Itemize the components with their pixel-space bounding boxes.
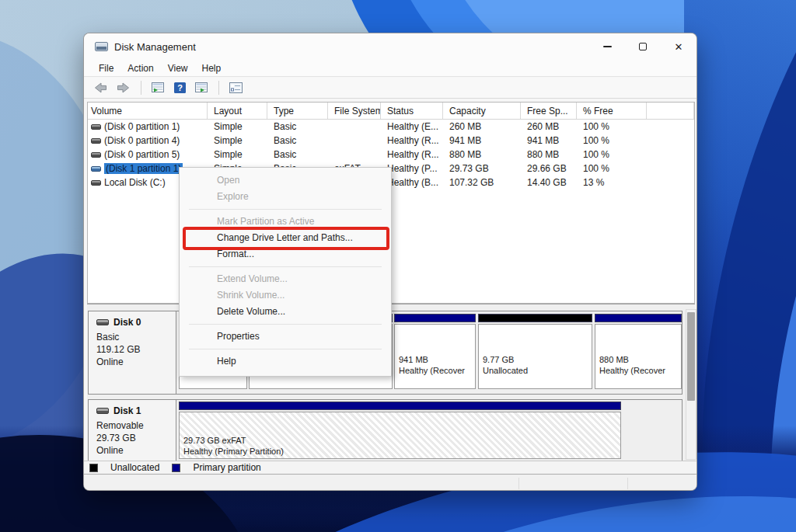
menu-bar: File Action View Help — [84, 60, 696, 77]
volume-icon — [91, 152, 101, 158]
menu-item-mark-partition-active[interactable]: Mark Partition as Active — [180, 214, 391, 230]
menu-item-delete-volume[interactable]: Delete Volume... — [180, 304, 391, 320]
cell-layout: Simple — [208, 149, 267, 160]
partition-status: Healthy (Recover — [399, 366, 465, 375]
menu-separator — [189, 209, 382, 210]
vertical-scrollbar[interactable] — [686, 309, 696, 460]
maximize-button[interactable] — [625, 33, 661, 60]
cell-free-space: 260 MB — [521, 121, 577, 132]
menu-help[interactable]: Help — [195, 61, 229, 75]
cell-free-space: 880 MB — [521, 149, 577, 160]
cell-type: Basic — [267, 135, 328, 146]
list-view-icon[interactable] — [148, 80, 168, 96]
cell-status: Healthy (R... — [381, 135, 443, 146]
cell-capacity: 941 MB — [443, 135, 521, 146]
status-bar — [84, 475, 696, 491]
column-header-type[interactable]: Type — [267, 103, 328, 119]
cell-free-space: 14.40 GB — [521, 177, 577, 188]
table-row[interactable]: (Disk 0 partition 1) Simple Basic Health… — [88, 120, 694, 134]
partition-type-bar — [394, 314, 476, 322]
menu-action[interactable]: Action — [120, 61, 160, 75]
forward-arrow-icon[interactable] — [113, 80, 134, 96]
table-row[interactable]: (Disk 0 partition 4) Simple Basic Health… — [88, 134, 694, 148]
disk-status: Online — [96, 444, 176, 457]
partition-block[interactable]: 880 MBHealthy (Recover — [595, 314, 682, 389]
menu-view[interactable]: View — [161, 61, 195, 75]
menu-item-format[interactable]: Format... — [180, 246, 391, 263]
graph-view-icon[interactable] — [192, 80, 211, 96]
column-header-capacity[interactable]: Capacity — [443, 103, 521, 119]
partition-block-unallocated[interactable]: 9.77 GBUnallocated — [478, 314, 592, 389]
scrollbar-thumb[interactable] — [687, 312, 695, 401]
partition-block-selected[interactable]: 29.73 GB exFATHealthy (Primary Partition… — [179, 402, 621, 459]
back-arrow-icon[interactable] — [90, 80, 110, 96]
properties-icon[interactable] — [226, 80, 246, 96]
close-icon: ✕ — [675, 42, 683, 52]
menu-item-help[interactable]: Help — [180, 353, 391, 370]
disk-management-app-icon — [95, 42, 108, 51]
menu-item-extend-volume[interactable]: Extend Volume... — [180, 271, 391, 287]
menu-file[interactable]: File — [92, 61, 120, 75]
minimize-button[interactable] — [589, 33, 625, 60]
disk-size: 29.73 GB — [96, 432, 176, 444]
maximize-icon — [639, 43, 647, 50]
legend-bar: Unallocated Primary partition — [84, 461, 696, 475]
cell-free-space: 29.66 GB — [521, 163, 577, 174]
partition-status: Healthy (Primary Partition) — [183, 447, 284, 456]
column-header-free-space[interactable]: Free Sp... — [521, 103, 577, 119]
partition-type-bar — [478, 314, 592, 322]
window-title: Disk Management — [114, 41, 196, 53]
table-row[interactable]: (Disk 0 partition 5) Simple Basic Health… — [88, 148, 694, 162]
toolbar: ? — [84, 78, 696, 99]
partition-status: Healthy (Recover — [599, 366, 665, 375]
cell-capacity: 107.32 GB — [443, 177, 521, 188]
menu-item-shrink-volume[interactable]: Shrink Volume... — [180, 287, 391, 304]
volume-icon — [91, 180, 101, 186]
volume-icon — [91, 124, 101, 130]
disk-icon — [96, 319, 109, 325]
disk1-row[interactable]: Disk 1 Removable 29.73 GB Online 29.73 G… — [88, 399, 683, 461]
column-header-file-system[interactable]: File System — [328, 103, 381, 119]
cell-percent-free: 100 % — [577, 121, 647, 132]
help-icon[interactable]: ? — [171, 80, 189, 96]
titlebar[interactable]: Disk Management ✕ — [84, 33, 696, 60]
volume-name: (Disk 1 partition 1) — [104, 163, 183, 174]
cell-type: Basic — [267, 121, 328, 132]
menu-item-change-drive-letter[interactable]: Change Drive Letter and Paths... — [180, 230, 391, 246]
column-header-status[interactable]: Status — [381, 103, 443, 119]
toolbar-separator — [218, 81, 219, 95]
context-menu: Open Explore Mark Partition as Active Ch… — [179, 167, 392, 377]
menu-separator — [189, 349, 382, 349]
minimize-icon — [603, 46, 612, 47]
disk-status: Online — [96, 356, 176, 368]
cell-capacity: 29.73 GB — [443, 163, 521, 174]
menu-item-open[interactable]: Open — [180, 172, 391, 189]
toolbar-separator — [141, 81, 141, 95]
partition-size: 941 MB — [399, 355, 428, 364]
legend-swatch-primary — [172, 464, 180, 472]
legend-label-unallocated: Unallocated — [110, 462, 159, 473]
disk-name: Disk 0 — [113, 317, 141, 328]
menu-item-properties[interactable]: Properties — [180, 329, 391, 345]
menu-item-explore[interactable]: Explore — [180, 189, 391, 205]
column-header-layout[interactable]: Layout — [208, 103, 267, 119]
volume-icon — [91, 138, 101, 144]
column-header-empty — [647, 103, 694, 119]
status-bar-divider — [627, 478, 628, 489]
column-header-volume[interactable]: Volume — [88, 103, 208, 119]
legend-swatch-unallocated — [89, 464, 98, 472]
cell-percent-free: 100 % — [577, 149, 647, 160]
column-header-percent-free[interactable]: % Free — [577, 103, 647, 119]
cell-free-space: 941 MB — [521, 135, 577, 146]
cell-percent-free: 100 % — [577, 163, 647, 174]
partition-block[interactable]: 941 MBHealthy (Recover — [394, 314, 476, 389]
volume-name: (Disk 0 partition 1) — [104, 121, 180, 132]
disk-name: Disk 1 — [113, 405, 141, 416]
close-button[interactable]: ✕ — [661, 33, 696, 60]
cell-capacity: 880 MB — [443, 149, 521, 160]
window-controls: ✕ — [589, 33, 696, 60]
cell-percent-free: 13 % — [577, 177, 647, 188]
partition-size: 880 MB — [599, 355, 629, 364]
disk1-label-panel[interactable]: Disk 1 Removable 29.73 GB Online — [89, 400, 176, 461]
disk0-label-panel[interactable]: Disk 0 Basic 119.12 GB Online — [89, 311, 176, 394]
